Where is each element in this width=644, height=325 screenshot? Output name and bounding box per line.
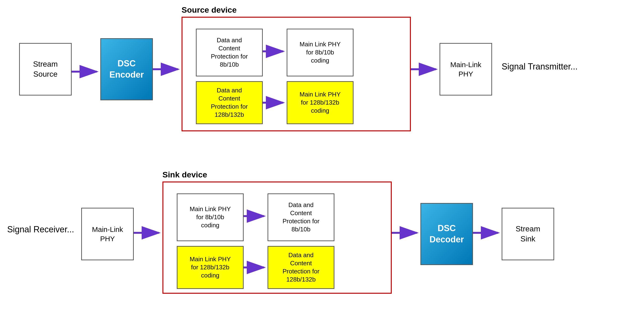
stream-sink-block: Stream Sink (502, 208, 554, 260)
stream-source-block: Stream Source (19, 43, 72, 96)
src-dcp-8b-label: Data and Content Protection for 8b/10b (211, 36, 248, 68)
diagram-container: Source device Stream Source DSC Encoder … (0, 0, 644, 325)
stream-source-label: Stream Source (33, 59, 58, 79)
src-phy-128b-label: Main Link PHY for 128b/132b coding (300, 90, 341, 114)
sink-device-label: Sink device (162, 170, 392, 179)
src-phy-8b-label: Main Link PHY for 8b/10b coding (300, 40, 341, 64)
main-link-phy-src-block: Main-Link PHY (440, 43, 492, 96)
sink-device-title: Sink device (162, 170, 207, 179)
signal-receiver-text: Signal Receiver... (7, 224, 74, 234)
arrow-phy-to-sink (134, 227, 165, 239)
snk-phy-128b-block: Main Link PHY for 128b/132b coding (177, 246, 244, 289)
dsc-decoder-block: DSC Decoder (420, 203, 473, 265)
src-phy-128b-block: Main Link PHY for 128b/132b coding (287, 81, 354, 124)
src-phy-8b-block: Main Link PHY for 8b/10b coding (287, 29, 354, 76)
arrow-sink-to-decoder (392, 227, 423, 239)
src-dcp-128b-label: Data and Content Protection for 128b/132… (211, 86, 248, 119)
arrow-decoder-to-sink (473, 227, 504, 239)
main-link-phy-sink-block: Main-Link PHY (81, 208, 134, 260)
src-dcp-8b-block: Data and Content Protection for 8b/10b (196, 29, 263, 76)
dsc-decoder-label: DSC Decoder (430, 223, 464, 245)
snk-phy-8b-block: Main Link PHY for 8b/10b coding (177, 194, 244, 241)
snk-dcp-128b-label: Data and Content Protection for 128b/132… (282, 251, 320, 284)
snk-dcp-128b-block: Data and Content Protection for 128b/132… (268, 246, 334, 289)
main-link-phy-src-label: Main-Link PHY (450, 60, 481, 78)
snk-phy-8b-label: Main Link PHY for 8b/10b coding (190, 205, 231, 229)
arrow-stream-to-encoder (72, 66, 103, 78)
snk-phy-128b-label: Main Link PHY for 128b/132b coding (190, 255, 231, 280)
signal-transmitter-label: Signal Transmitter... (502, 62, 578, 72)
signal-transmitter-text: Signal Transmitter... (502, 62, 578, 72)
arrow-snk-top-inner (244, 210, 270, 222)
arrow-snk-bot-inner (244, 262, 270, 274)
snk-dcp-8b-label: Data and Content Protection for 8b/10b (282, 201, 320, 233)
src-dcp-128b-block: Data and Content Protection for 128b/132… (196, 81, 263, 124)
arrow-encoder-to-source (153, 63, 184, 75)
dsc-encoder-block: DSC Encoder (100, 38, 153, 100)
dsc-encoder-label: DSC Encoder (110, 58, 144, 80)
signal-receiver-label: Signal Receiver... (7, 224, 74, 234)
arrow-src-top-inner (263, 45, 289, 57)
arrow-source-to-phy (411, 63, 442, 75)
arrow-src-bot-inner (263, 97, 289, 109)
source-device-title: Source device (182, 5, 237, 14)
snk-dcp-8b-block: Data and Content Protection for 8b/10b (268, 194, 334, 241)
stream-sink-label: Stream Sink (516, 224, 540, 244)
main-link-phy-sink-label: Main-Link PHY (92, 225, 123, 243)
source-device-label: Source device (182, 5, 411, 14)
